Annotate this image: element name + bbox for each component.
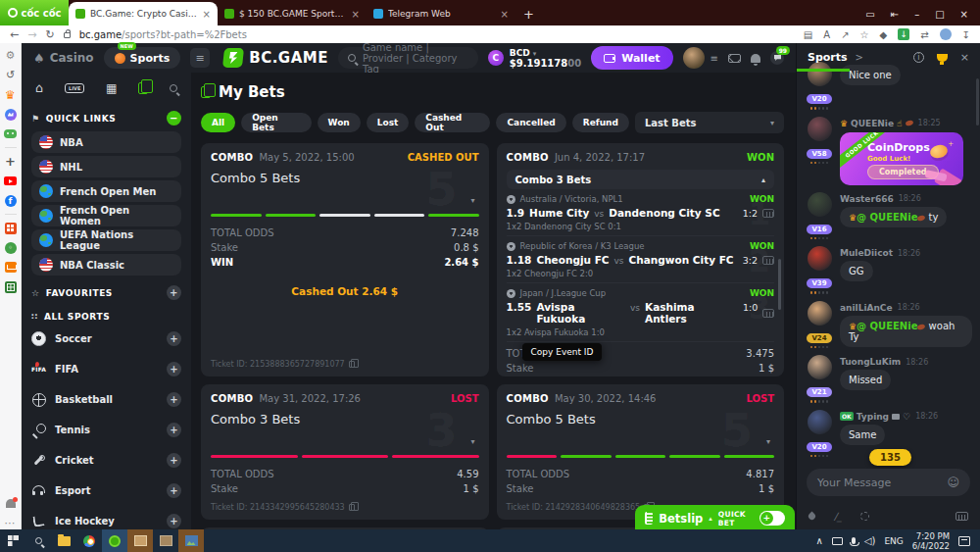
site-logo[interactable]: BC.GAME — [223, 48, 328, 68]
app-window-icon-1[interactable] — [127, 529, 153, 552]
betslip-bar[interactable]: Betslip ▴ QUICK BET + — [635, 505, 795, 531]
hot-icon[interactable]: ♛ — [4, 88, 17, 101]
collapse-quick-links-button[interactable]: − — [167, 111, 181, 125]
game-search-input[interactable]: Game name | Provider | Category Tag — [338, 47, 478, 69]
coccoc-taskbar-icon[interactable] — [102, 529, 127, 552]
info-icon[interactable]: i — [913, 52, 924, 63]
avatar[interactable] — [808, 192, 832, 217]
sidebar-sport-soccer[interactable]: Soccer + — [31, 327, 181, 350]
add-favourite-button[interactable]: + — [167, 285, 181, 300]
photos-app-icon[interactable] — [178, 529, 204, 552]
sidebar-sport-ice-hockey[interactable]: Ice Hockey + — [31, 510, 181, 529]
chat-scrollbar[interactable] — [976, 78, 979, 125]
sidebar-item-nba[interactable]: NBA — [31, 131, 181, 153]
sidebar-sport-basketball[interactable]: Basketball + — [31, 388, 181, 411]
tab-close-icon[interactable]: × — [203, 9, 211, 20]
more-icon[interactable]: ⋯ — [4, 517, 17, 529]
clock[interactable]: 7:20 PM6/4/2022 — [912, 531, 950, 551]
bell-icon[interactable] — [751, 54, 760, 63]
shopping-icon[interactable] — [5, 262, 17, 273]
messenger-icon[interactable] — [5, 109, 17, 121]
url-field[interactable]: bc.game/sports?bt-path=%2Fbets — [79, 29, 247, 40]
app-window-icon-2[interactable] — [153, 529, 178, 552]
user-avatar[interactable] — [683, 47, 705, 69]
expand-sport-icon[interactable]: + — [167, 331, 181, 346]
unread-count-badge[interactable]: 135 — [869, 449, 911, 466]
maximize-button[interactable]: □ — [935, 9, 944, 20]
apps-icon[interactable] — [5, 223, 17, 234]
language-indicator[interactable]: ENG — [884, 536, 903, 546]
microphone-icon[interactable] — [852, 537, 856, 544]
avatar[interactable] — [808, 410, 832, 434]
network-icon[interactable] — [832, 537, 843, 545]
notifications-icon[interactable] — [6, 499, 16, 508]
sidebar-sport-cricket[interactable]: Cricket + — [31, 449, 181, 472]
home-icon[interactable]: ⌂ — [35, 80, 43, 95]
browser-tab[interactable]: Telegram Web × — [367, 2, 515, 25]
filter-chip-cancelled[interactable]: Cancelled — [496, 113, 565, 132]
sheets-icon[interactable] — [5, 281, 17, 293]
card-scrollbar[interactable] — [778, 259, 781, 310]
tray-expand-icon[interactable]: ∧ — [815, 535, 822, 546]
chat-username[interactable]: anilLiAnCe 18:26 — [840, 303, 972, 313]
bet-title-toggle[interactable]: Combo 3 Bets 3 ▾ — [211, 412, 479, 453]
quick-bet-toggle[interactable]: + — [760, 511, 785, 526]
browser-tab[interactable]: BC.Game: Crypto Casino Gan × — [69, 2, 218, 25]
chrome-icon[interactable] — [76, 529, 102, 552]
games-icon[interactable] — [4, 129, 17, 138]
sidebar-search-icon[interactable] — [170, 84, 177, 92]
extensions-icon[interactable]: ⇄ — [920, 29, 928, 40]
filter-chip-cashed-out[interactable]: Cashed Out — [415, 113, 490, 132]
avatar[interactable] — [808, 246, 832, 271]
sidebar-item-french-open-men[interactable]: French Open Men — [31, 180, 181, 202]
tab-close-icon[interactable]: × — [352, 9, 360, 20]
new-tab-button[interactable]: + — [523, 7, 534, 22]
coccoc-logo[interactable]: cốc cốc — [0, 0, 69, 25]
mail-icon[interactable] — [728, 54, 741, 63]
bet-title-toggle[interactable]: Combo 5 Bets 5 ▾ — [507, 412, 775, 453]
expand-sport-icon[interactable]: + — [167, 483, 181, 498]
expand-sport-icon[interactable]: + — [167, 362, 181, 376]
sidebar-sport-esport[interactable]: Esport + — [31, 479, 181, 502]
bet-title-toggle[interactable]: Combo 3 Bets▴ — [507, 170, 775, 189]
chat-rules-icon[interactable]: /_ — [834, 511, 842, 522]
rain-icon[interactable] — [808, 512, 817, 522]
wallet-button[interactable]: Wallet — [591, 46, 672, 70]
bet-title-toggle[interactable]: Combo 5 Bets 5 ▾ — [211, 171, 479, 212]
user-mention[interactable]: ♛@ QUEENie — [849, 212, 925, 223]
chat-username[interactable]: ♛ QUEENie ☝ 18:25 — [840, 119, 972, 128]
expand-sport-icon[interactable]: + — [167, 392, 181, 407]
sidebar-item-french-open-women[interactable]: French Open Women — [31, 205, 181, 226]
minimize-button[interactable]: – — [914, 9, 919, 20]
send-to-device-icon[interactable]: ▤ — [804, 29, 812, 40]
my-bets-icon[interactable] — [138, 82, 148, 94]
add-shortcut-icon[interactable]: + — [4, 155, 17, 168]
close-button[interactable]: × — [960, 9, 968, 20]
chat-username[interactable]: MuleDiicot 18:26 — [840, 248, 972, 258]
expand-sport-icon[interactable]: + — [167, 514, 181, 528]
balance-selector[interactable]: C BCD ▾ $9.19117800 — [488, 48, 581, 69]
forward-button[interactable]: → — [27, 28, 36, 41]
sort-select[interactable]: Last Bets▾ — [635, 112, 784, 133]
chat-username[interactable]: TuongLuKim 18:26 — [840, 357, 972, 367]
filter-chip-refund[interactable]: Refund — [572, 113, 629, 132]
avatar[interactable] — [808, 355, 832, 379]
filter-chip-won[interactable]: Won — [318, 113, 361, 132]
share-icon[interactable]: ↗ — [841, 29, 849, 40]
chat-next-arrow[interactable]: > — [856, 52, 863, 63]
nav-casino[interactable]: ♠Casino — [33, 51, 94, 66]
menu-toggle-button[interactable]: ≡ — [190, 48, 210, 68]
expand-sport-icon[interactable]: + — [167, 423, 181, 437]
browser-tab[interactable]: $ 150 BC.GAME Sports Parla × — [218, 2, 367, 25]
settings-icon[interactable]: ⚙ — [4, 49, 17, 62]
start-button[interactable] — [0, 529, 25, 552]
chat-tab-sports[interactable]: Sports — [808, 51, 848, 64]
keyboard-icon[interactable] — [956, 512, 968, 521]
chat-icon[interactable]: 99 — [770, 51, 784, 65]
filter-chip-all[interactable]: All — [201, 113, 235, 132]
coin-tip-icon[interactable] — [860, 512, 869, 521]
calendar-icon[interactable]: ▦ — [106, 81, 117, 95]
user-menu-icon[interactable]: ≡ — [710, 53, 718, 64]
copy-icon[interactable] — [349, 504, 355, 511]
sidebar-item-nba-classic[interactable]: NBA Classic — [31, 254, 181, 276]
